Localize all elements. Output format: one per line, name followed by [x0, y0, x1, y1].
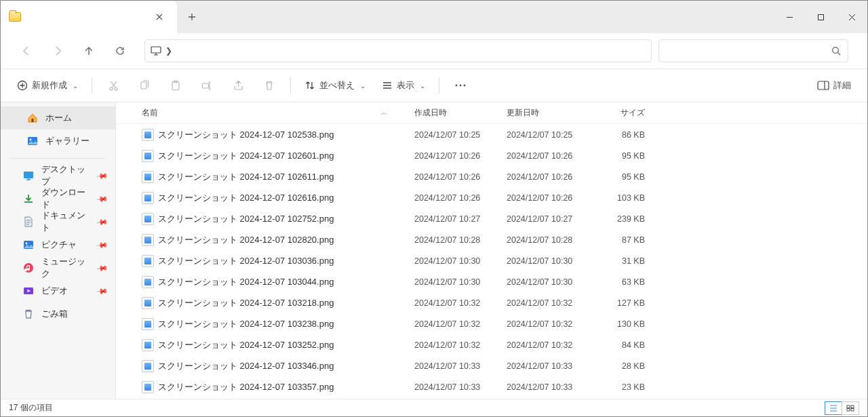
- maximize-button[interactable]: [805, 1, 836, 33]
- sidebar-item-label: ミュージック: [41, 256, 91, 280]
- file-modified: 2024/12/07 10:32: [500, 319, 587, 329]
- column-size[interactable]: サイズ: [587, 107, 652, 119]
- new-button[interactable]: 新規作成 ⌄: [10, 73, 85, 98]
- file-size: 103 KB: [587, 193, 652, 203]
- delete-button[interactable]: [255, 73, 283, 98]
- sidebar-item-home[interactable]: ホーム: [1, 106, 115, 130]
- file-created: 2024/12/07 10:28: [408, 235, 500, 245]
- tab-current[interactable]: [1, 1, 177, 33]
- sidebar-item-desktop[interactable]: デスクトップ 📌: [1, 164, 115, 187]
- pc-icon: [151, 46, 161, 56]
- forward-button[interactable]: [44, 37, 71, 64]
- sidebar-item-label: デスクトップ: [41, 163, 91, 188]
- file-name: スクリーンショット 2024-12-07 102601.png: [158, 150, 334, 162]
- chevron-right-icon[interactable]: ❯: [165, 46, 172, 56]
- view-button[interactable]: 表示 ⌄: [375, 73, 432, 98]
- rename-button[interactable]: [193, 73, 221, 98]
- sidebar-item-label: ドキュメント: [41, 210, 91, 234]
- view-details-button[interactable]: [825, 401, 842, 415]
- file-row[interactable]: スクリーンショット 2024-12-07 102601.png 2024/12/…: [116, 145, 867, 166]
- file-name: スクリーンショット 2024-12-07 103238.png: [158, 318, 334, 330]
- sidebar-item-trash[interactable]: ごみ箱: [1, 302, 115, 325]
- file-row[interactable]: スクリーンショット 2024-12-07 103044.png 2024/12/…: [116, 271, 867, 292]
- view-thumbnails-button[interactable]: [842, 401, 859, 415]
- pin-icon: 📌: [96, 170, 108, 182]
- sidebar[interactable]: ホーム ギャラリー デスクトップ 📌 ダウンロード 📌 ドキュメント 📌 ピクチ…: [1, 102, 116, 399]
- sidebar-item-picture[interactable]: ピクチャ 📌: [1, 233, 115, 256]
- sidebar-item-label: ビデオ: [41, 285, 68, 297]
- file-created: 2024/12/07 10:26: [408, 193, 500, 203]
- file-modified: 2024/12/07 10:26: [500, 172, 587, 182]
- column-modified[interactable]: 更新日時: [500, 107, 587, 119]
- file-row[interactable]: スクリーンショット 2024-12-07 102538.png 2024/12/…: [116, 124, 867, 145]
- file-row[interactable]: スクリーンショット 2024-12-07 103218.png 2024/12/…: [116, 292, 867, 313]
- chevron-down-icon: ⌄: [420, 82, 425, 90]
- sidebar-item-label: ホーム: [45, 112, 72, 124]
- file-modified: 2024/12/07 10:26: [500, 151, 587, 161]
- chevron-down-icon: ⌄: [73, 82, 78, 90]
- column-created[interactable]: 作成日時: [408, 107, 500, 119]
- tab-close-button[interactable]: [150, 7, 169, 26]
- sidebar-item-music[interactable]: ミュージック 📌: [1, 256, 115, 279]
- search-box[interactable]: [658, 39, 848, 62]
- image-file-icon: [142, 192, 154, 204]
- minimize-button[interactable]: [774, 1, 805, 33]
- svg-rect-24: [847, 408, 850, 411]
- file-size: 84 KB: [587, 340, 652, 350]
- image-file-icon: [142, 297, 154, 309]
- share-button[interactable]: [224, 73, 252, 98]
- new-tab-button[interactable]: [177, 1, 207, 33]
- column-name[interactable]: 名前 ︿: [135, 107, 408, 119]
- file-name: スクリーンショット 2024-12-07 102611.png: [158, 171, 334, 183]
- sidebar-item-document[interactable]: ドキュメント 📌: [1, 210, 115, 233]
- file-name: スクリーンショット 2024-12-07 102538.png: [158, 129, 334, 141]
- svg-point-4: [110, 87, 113, 90]
- file-row[interactable]: スクリーンショット 2024-12-07 103357.png 2024/12/…: [116, 376, 867, 397]
- up-button[interactable]: [75, 37, 102, 64]
- file-row[interactable]: スクリーンショット 2024-12-07 102611.png 2024/12/…: [116, 166, 867, 187]
- sidebar-item-label: ピクチャ: [41, 239, 77, 251]
- image-file-icon: [142, 339, 154, 351]
- paste-button[interactable]: [161, 73, 190, 98]
- file-row[interactable]: スクリーンショット 2024-12-07 102820.png 2024/12/…: [116, 229, 867, 250]
- file-row[interactable]: スクリーンショット 2024-12-07 103036.png 2024/12/…: [116, 250, 867, 271]
- file-size: 87 KB: [587, 235, 652, 245]
- file-created: 2024/12/07 10:32: [408, 319, 500, 329]
- file-size: 239 KB: [587, 214, 652, 224]
- sort-button[interactable]: 並べ替え ⌄: [298, 73, 372, 98]
- sidebar-item-gallery[interactable]: ギャラリー: [1, 130, 115, 153]
- file-size: 86 KB: [587, 130, 652, 140]
- file-row[interactable]: スクリーンショット 2024-12-07 102752.png 2024/12/…: [116, 208, 867, 229]
- details-label: 詳細: [833, 79, 851, 92]
- svg-point-11: [460, 85, 462, 87]
- file-list[interactable]: スクリーンショット 2024-12-07 102538.png 2024/12/…: [116, 124, 867, 399]
- more-button[interactable]: [446, 73, 475, 98]
- file-created: 2024/12/07 10:30: [408, 256, 500, 266]
- search-input[interactable]: [666, 46, 831, 56]
- back-button[interactable]: [13, 37, 40, 64]
- file-row[interactable]: スクリーンショット 2024-12-07 103238.png 2024/12/…: [116, 313, 867, 334]
- sidebar-item-download[interactable]: ダウンロード 📌: [1, 187, 115, 210]
- file-modified: 2024/12/07 10:30: [500, 277, 587, 287]
- copy-button[interactable]: [130, 73, 159, 98]
- trash-icon: [22, 308, 35, 320]
- file-size: 95 KB: [587, 172, 652, 182]
- sidebar-item-video[interactable]: ビデオ 📌: [1, 279, 115, 302]
- file-modified: 2024/12/07 10:32: [500, 298, 587, 308]
- address-bar[interactable]: ❯: [144, 39, 652, 62]
- file-created: 2024/12/07 10:33: [408, 361, 500, 371]
- item-count: 17 個の項目: [9, 402, 53, 414]
- svg-point-20: [24, 263, 33, 273]
- details-pane-button[interactable]: 詳細: [810, 73, 858, 98]
- close-button[interactable]: [836, 1, 867, 33]
- pin-icon: 📌: [96, 262, 108, 275]
- image-file-icon: [142, 234, 154, 246]
- file-row[interactable]: スクリーンショット 2024-12-07 103346.png 2024/12/…: [116, 355, 867, 376]
- svg-rect-1: [151, 47, 161, 53]
- file-row[interactable]: スクリーンショット 2024-12-07 103252.png 2024/12/…: [116, 334, 867, 355]
- file-row[interactable]: スクリーンショット 2024-12-07 102616.png 2024/12/…: [116, 187, 867, 208]
- refresh-button[interactable]: [106, 37, 134, 64]
- document-icon: [22, 216, 35, 228]
- file-modified: 2024/12/07 10:33: [500, 382, 587, 392]
- cut-button[interactable]: [99, 73, 127, 98]
